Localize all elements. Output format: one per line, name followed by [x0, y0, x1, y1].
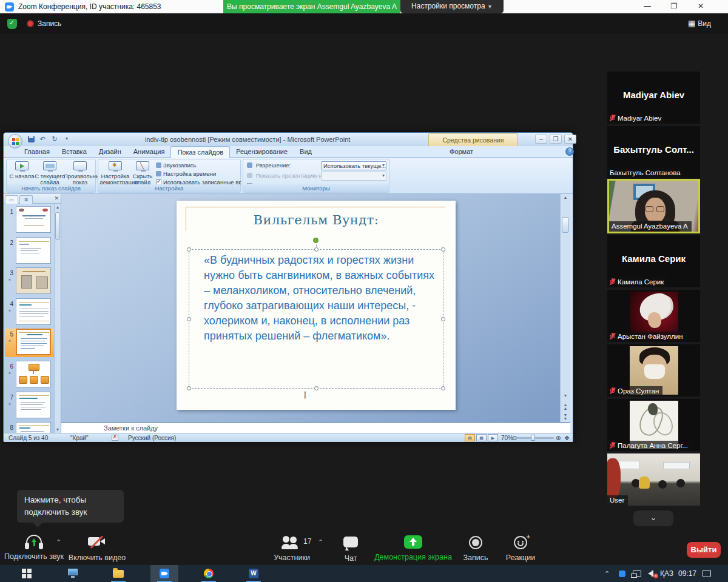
- ppt-minimize-button[interactable]: –: [535, 135, 547, 144]
- language-indicator[interactable]: Русский (Россия): [128, 434, 176, 442]
- from-beginning-button[interactable]: С начала: [7, 161, 37, 179]
- participant-tile-palaguta[interactable]: Палагута Анна Серг...: [607, 399, 700, 451]
- minimize-button[interactable]: —: [638, 0, 656, 13]
- participant-tile-assemgul-active-speaker[interactable]: Assemgul Ayazbayeva A: [607, 179, 700, 233]
- normal-view-button[interactable]: ▤: [465, 434, 475, 441]
- ppt-close-button[interactable]: ✕: [564, 135, 576, 144]
- text-placeholder-selection[interactable]: «В будничных радостях и горестях жизни н…: [189, 249, 443, 389]
- resize-handle[interactable]: [441, 386, 445, 390]
- resize-handle[interactable]: [441, 247, 445, 252]
- participants-button[interactable]: 17 Участники: [267, 535, 317, 562]
- leave-meeting-button[interactable]: Выйти: [687, 542, 721, 558]
- participant-tile-arystan[interactable]: Арыстан Файзуллин: [607, 290, 700, 342]
- outline-tab[interactable]: ≣: [19, 195, 33, 204]
- slide-thumbnail-7[interactable]: 7 ✶: [5, 392, 56, 420]
- scroll-down-icon[interactable]: ▼: [561, 393, 570, 401]
- resolution-dropdown[interactable]: Использовать текуще...: [321, 161, 386, 170]
- maximize-button[interactable]: ❐: [665, 0, 683, 13]
- participant-tile-user[interactable]: User: [607, 453, 700, 506]
- zoom-tray-icon[interactable]: [619, 570, 625, 577]
- resize-handle[interactable]: [187, 247, 191, 252]
- slide-thumbnail-6[interactable]: 6 ✶: [5, 361, 56, 389]
- office-button[interactable]: [8, 134, 22, 149]
- participant-tile-bakhytgul[interactable]: Бахытгуль Солт... Бахытгуль Солтанова: [607, 126, 700, 178]
- save-icon[interactable]: [28, 136, 35, 142]
- zoom-slider-thumb[interactable]: [531, 435, 535, 441]
- scrollbar-thumb[interactable]: [562, 217, 569, 233]
- zoom-slider[interactable]: [516, 437, 554, 439]
- hide-slide-button[interactable]: Скрыть слайд: [130, 161, 155, 186]
- slide-thumbnail-3[interactable]: 3 ✶: [5, 267, 56, 296]
- tab-format[interactable]: Формат: [442, 146, 480, 157]
- action-center-icon[interactable]: [703, 570, 711, 577]
- record-narration-button[interactable]: Звукозапись: [156, 162, 241, 170]
- slide-title[interactable]: Вильгельм Вундт:: [177, 213, 456, 227]
- resize-handle[interactable]: [187, 317, 191, 321]
- redo-icon[interactable]: ↻: [50, 135, 59, 143]
- zoom-in-icon[interactable]: ⊕: [556, 434, 561, 442]
- slide-body-text[interactable]: «В будничных радостях и горестях жизни н…: [204, 253, 442, 344]
- tab-vid[interactable]: Вид: [294, 146, 318, 158]
- setup-slideshow-button[interactable]: Настройка демонстрации: [99, 161, 131, 186]
- thumbnails-scrollbar[interactable]: ▲ ▼: [54, 204, 61, 433]
- slideshow-view-button[interactable]: ▶: [488, 434, 498, 441]
- close-panel-icon[interactable]: ✕: [54, 195, 59, 201]
- rehearse-timings-button[interactable]: Настройка времени: [156, 170, 241, 179]
- clock[interactable]: 09:17: [678, 565, 696, 582]
- start-video-button[interactable]: Включить видео: [67, 535, 127, 562]
- word-icon[interactable]: W: [249, 569, 258, 578]
- hidden-icons-chevron[interactable]: ⌃: [604, 565, 610, 582]
- network-icon[interactable]: [633, 570, 641, 577]
- resize-handle[interactable]: [314, 386, 318, 390]
- fit-to-window-icon[interactable]: ❖: [564, 434, 570, 442]
- custom-slideshow-button[interactable]: Произвольный показ: [64, 161, 96, 186]
- slide-thumbnail-5-selected[interactable]: 5 ✶: [5, 329, 56, 357]
- participant-tile-oraz[interactable]: Ораз Султан: [607, 344, 700, 396]
- ppt-restore-button[interactable]: ❐: [550, 135, 562, 144]
- resize-handle[interactable]: [441, 317, 445, 321]
- participant-tile-kamila[interactable]: Камила Серик Камила Серик: [607, 235, 700, 287]
- slide-thumbnail-2[interactable]: 2: [5, 237, 56, 266]
- start-button[interactable]: [22, 569, 32, 578]
- scroll-participants-down-button[interactable]: ⌄: [633, 510, 673, 526]
- zoom-taskbar-icon[interactable]: [160, 569, 169, 578]
- slide-scrollbar[interactable]: ▲ ▼ ▲▲ ▼▼: [560, 194, 570, 422]
- slide-sorter-button[interactable]: ▦: [476, 434, 487, 441]
- view-settings-button[interactable]: Настройки просмотра ▼: [400, 0, 504, 13]
- previous-slide-button[interactable]: ▲▲: [561, 402, 570, 410]
- keyboard-language[interactable]: ҚАЗ: [660, 565, 673, 582]
- next-slide-button[interactable]: ▼▼: [561, 412, 570, 420]
- audio-options-chevron[interactable]: ⌃: [56, 538, 61, 546]
- resize-handle[interactable]: [314, 247, 318, 252]
- tab-dizain[interactable]: Дизайн: [93, 146, 127, 158]
- file-explorer-icon[interactable]: [113, 569, 124, 578]
- slide-thumbnail-4[interactable]: 4 ✶: [5, 298, 56, 327]
- rotate-handle[interactable]: [313, 238, 318, 243]
- scroll-up-icon[interactable]: ▲: [561, 195, 570, 202]
- tab-glavnaya[interactable]: Главная: [18, 146, 56, 158]
- undo-icon[interactable]: ↶: [38, 135, 47, 143]
- slides-tab[interactable]: ▭: [5, 195, 18, 204]
- participants-options-chevron[interactable]: ⌃: [318, 538, 323, 546]
- close-button[interactable]: ✕: [692, 0, 710, 13]
- slide-thumbnail-1[interactable]: 1: [5, 206, 56, 235]
- tab-retsenzirovanie[interactable]: Рецензирование: [230, 146, 294, 158]
- tab-vstavka[interactable]: Вставка: [56, 146, 93, 158]
- current-slide[interactable]: Вильгельм Вундт: «В будничных радостях и…: [177, 201, 456, 410]
- chrome-icon[interactable]: [204, 569, 214, 578]
- slide-thumbnail-8[interactable]: 8 ✶: [5, 422, 56, 433]
- reactions-button[interactable]: + Реакции: [500, 535, 541, 562]
- security-shield-icon[interactable]: [7, 19, 17, 29]
- task-view-icon[interactable]: [68, 569, 78, 578]
- tab-animatsiya[interactable]: Анимация: [127, 146, 171, 158]
- spellcheck-icon[interactable]: [112, 435, 118, 441]
- view-button[interactable]: ▦Вид: [688, 19, 711, 28]
- chat-button[interactable]: Чат: [335, 535, 366, 563]
- from-current-slide-button[interactable]: С текущего слайда: [35, 161, 65, 186]
- qat-customize-icon[interactable]: ▾: [62, 135, 71, 143]
- participant-tile-madiyar[interactable]: Madiyar Abiev Madiyar Abiev: [607, 72, 700, 124]
- tab-pokaz-slaidov[interactable]: Показ слайдов: [170, 146, 230, 158]
- record-button[interactable]: Запись: [457, 535, 494, 562]
- help-icon[interactable]: ?: [565, 147, 574, 156]
- notes-pane[interactable]: Заметки к слайду: [61, 422, 570, 433]
